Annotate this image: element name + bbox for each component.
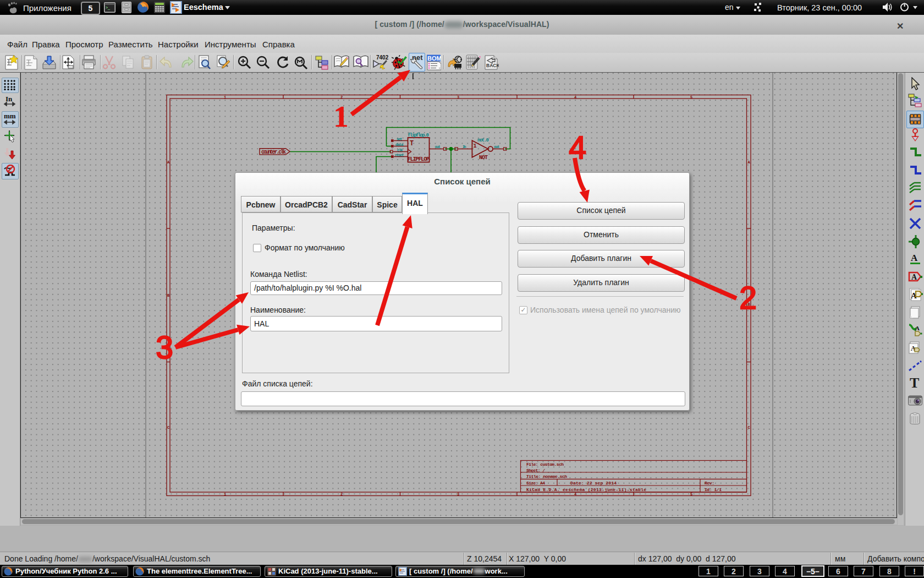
svg-text:1: 1	[334, 100, 349, 133]
svg-text:4: 4	[569, 130, 586, 165]
svg-text:3: 3	[156, 330, 173, 365]
svg-text:2: 2	[739, 280, 757, 315]
